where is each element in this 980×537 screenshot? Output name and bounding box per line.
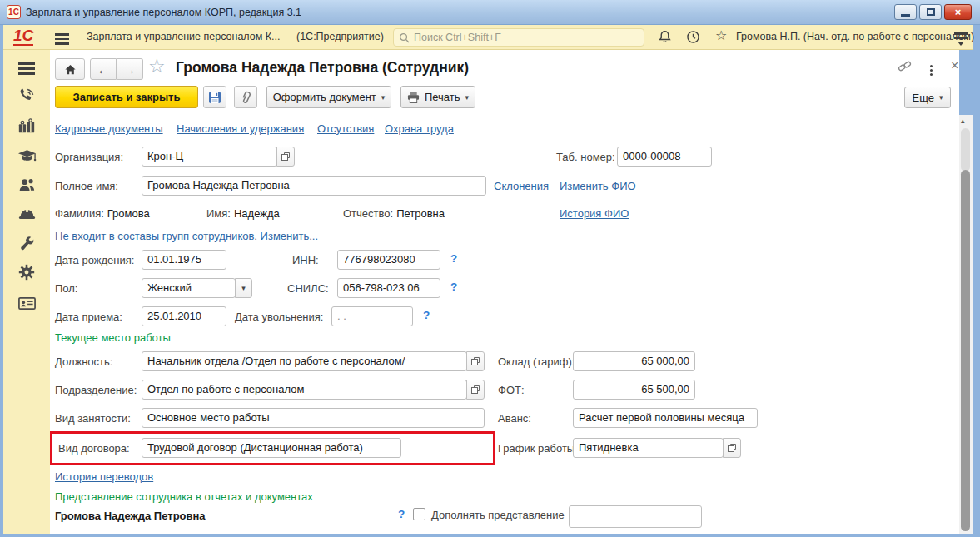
- maximize-button[interactable]: [919, 4, 942, 20]
- more-label: Еще: [913, 92, 934, 104]
- append-representation-checkbox[interactable]: [413, 508, 425, 520]
- section-sidebar: [3, 50, 50, 534]
- sidebar-safety-helmet-icon[interactable]: [17, 204, 37, 224]
- attachments-button[interactable]: [234, 86, 257, 108]
- snils-field[interactable]: 056-798-023 06: [337, 278, 440, 298]
- sidebar-phone-icon[interactable]: [17, 86, 37, 106]
- position-picker-button[interactable]: [466, 351, 485, 371]
- work-schedule-field[interactable]: Пятидневка: [573, 438, 724, 458]
- hire-date-label: Дата приема:: [55, 311, 122, 323]
- gender-dropdown-button[interactable]: ▾: [235, 278, 252, 298]
- organization-field[interactable]: Крон-Ц: [142, 147, 277, 167]
- employment-type-label: Вид занятости:: [55, 412, 131, 425]
- sidebar-gifts-icon[interactable]: [17, 117, 37, 137]
- dismissal-date-field[interactable]: . .: [331, 306, 413, 326]
- choose-icon: [470, 356, 480, 366]
- make-document-button[interactable]: Оформить документ ▾: [266, 86, 391, 108]
- full-name-field[interactable]: Громова Надежда Петровна: [142, 176, 486, 196]
- main-menu-icon[interactable]: [55, 33, 69, 45]
- nav-link-personnel-documents[interactable]: Кадровые документы: [55, 122, 163, 135]
- work-schedule-picker-button[interactable]: [723, 438, 741, 458]
- append-representation-field[interactable]: [569, 505, 702, 528]
- search-icon: [399, 32, 410, 43]
- advance-field[interactable]: Расчет первой половины месяца: [573, 408, 758, 428]
- save-and-close-button[interactable]: Записать и закрыть: [55, 86, 198, 108]
- sidebar-badge-icon[interactable]: [17, 293, 37, 313]
- menubar-platform-label: (1С:Предприятие): [296, 31, 384, 42]
- salary-label: Оклад (тариф):: [498, 356, 575, 368]
- back-arrow-icon: ←: [97, 62, 110, 77]
- salary-field[interactable]: 65 000,00: [573, 351, 695, 371]
- 1c-logo: 1С: [13, 27, 33, 46]
- change-fio-link[interactable]: Изменить ФИО: [560, 180, 636, 192]
- history-clock-icon[interactable]: [686, 30, 700, 47]
- choose-icon: [727, 443, 737, 453]
- print-button[interactable]: Печать ▾: [400, 86, 475, 108]
- current-user[interactable]: Громова Н.П. (Нач. отд. по работе с перс…: [736, 31, 974, 42]
- transfers-history-link[interactable]: История переводов: [55, 470, 153, 483]
- first-name-pair: Имя:Надежда: [206, 207, 280, 220]
- payroll-label: ФОТ:: [498, 384, 525, 396]
- inn-field[interactable]: 776798023080: [337, 250, 440, 270]
- sidebar-tools-icon[interactable]: [17, 233, 37, 253]
- window-titlebar: 1С Зарплата и управление персоналом КОРП…: [0, 0, 980, 25]
- notifications-bell-icon[interactable]: [658, 30, 672, 47]
- menubar-app-title[interactable]: Зарплата и управление персоналом К...: [87, 31, 281, 42]
- nav-link-labor-protection[interactable]: Охрана труда: [385, 122, 454, 135]
- save-button[interactable]: [203, 86, 226, 108]
- nav-link-accruals-deductions[interactable]: Начисления и удержания: [177, 122, 304, 135]
- department-field[interactable]: Отдел по работе с персоналом: [142, 380, 467, 400]
- back-button[interactable]: ←: [90, 58, 117, 80]
- payroll-field[interactable]: 65 500,00: [573, 380, 695, 400]
- main-menubar: 1С Зарплата и управление персоналом К...…: [3, 25, 973, 50]
- surname-value: Громова: [107, 207, 150, 220]
- dismissal-help-icon[interactable]: ?: [423, 309, 430, 321]
- append-representation-label: Дополнять представление: [431, 509, 565, 521]
- close-form-icon[interactable]: ×: [951, 58, 958, 73]
- choose-icon: [470, 385, 480, 395]
- section-representation: Представление сотрудника в отчетах и док…: [55, 490, 313, 503]
- department-picker-button[interactable]: [466, 380, 485, 400]
- gender-label: Пол:: [55, 282, 78, 295]
- representation-help-icon[interactable]: ?: [398, 508, 405, 520]
- scroll-up-icon[interactable]: ▴: [961, 117, 965, 125]
- representation-name: Громова Надежда Петровна: [55, 510, 206, 522]
- sidebar-education-icon[interactable]: [17, 146, 37, 166]
- nav-link-absences[interactable]: Отсутствия: [317, 122, 374, 135]
- employment-type-field[interactable]: Основное место работы: [142, 408, 485, 428]
- inn-help-icon[interactable]: ?: [450, 252, 457, 265]
- forward-button[interactable]: →: [117, 58, 143, 80]
- declensions-link[interactable]: Склонения: [494, 180, 549, 192]
- position-field[interactable]: Начальник отдела /Отдел по работе с перс…: [142, 351, 467, 371]
- favorite-star-icon[interactable]: ☆: [148, 55, 166, 77]
- sidebar-employees-icon[interactable]: [17, 175, 37, 195]
- sidebar-settings-gear-icon[interactable]: [17, 262, 37, 282]
- close-window-button[interactable]: ×: [944, 4, 972, 20]
- scrollbar-track[interactable]: [961, 128, 970, 172]
- search-input[interactable]: Поиск Ctrl+Shift+F: [393, 28, 644, 47]
- snils-help-icon[interactable]: ?: [450, 281, 457, 293]
- minimize-button[interactable]: [894, 4, 917, 20]
- hire-date-field[interactable]: 25.01.2010: [142, 306, 226, 326]
- vertical-scrollbar[interactable]: ▴: [959, 115, 973, 534]
- organization-picker-button[interactable]: [276, 147, 295, 167]
- tab-number-label: Таб. номер:: [556, 151, 615, 163]
- more-commands-icon[interactable]: [930, 65, 933, 67]
- first-name-value: Надежда: [234, 207, 280, 220]
- employee-groups-link[interactable]: Не входит в составы групп сотрудников. И…: [55, 230, 318, 242]
- gender-field[interactable]: Женский: [142, 278, 236, 298]
- work-schedule-label: График работы:: [498, 442, 578, 455]
- service-menu-icon[interactable]: [954, 32, 968, 46]
- favorites-star-icon[interactable]: ☆: [715, 27, 727, 43]
- birth-date-label: Дата рождения:: [55, 254, 134, 266]
- home-button[interactable]: [55, 58, 85, 80]
- sidebar-menu-icon[interactable]: [17, 58, 37, 78]
- get-link-icon[interactable]: [898, 59, 912, 73]
- more-button[interactable]: Еще ▾: [904, 87, 951, 108]
- department-label: Подразделение:: [55, 384, 137, 396]
- fio-history-link[interactable]: История ФИО: [560, 207, 629, 220]
- birth-date-field[interactable]: 01.01.1975: [142, 250, 226, 270]
- save-and-close-label: Записать и закрыть: [73, 91, 181, 103]
- tab-number-field[interactable]: 0000-00008: [617, 147, 712, 167]
- scrollbar-thumb[interactable]: [961, 170, 970, 531]
